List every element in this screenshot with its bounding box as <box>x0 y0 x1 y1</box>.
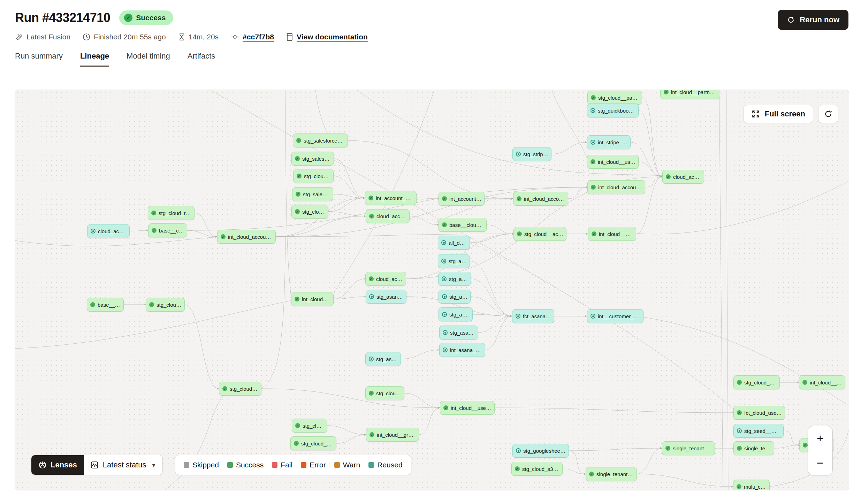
run-header: Run #433214710 ✓ Success Rerun now Lates… <box>15 10 848 67</box>
lineage-node[interactable]: ✓stg_cloud_… <box>292 419 327 433</box>
node-success-icon: ✓ <box>295 209 300 214</box>
lineage-node[interactable]: ✓cloud_account… <box>365 272 406 286</box>
node-success-icon: ✓ <box>442 222 447 227</box>
node-label: int_cloud__accoun… <box>599 231 633 237</box>
lineage-node[interactable]: ✓stg_cloud__us… <box>365 386 404 400</box>
lineage-node[interactable]: ✓stg_cloud__us… <box>293 169 334 183</box>
lineage-node[interactable]: ✓base__cloud_… <box>148 223 187 237</box>
node-success-icon: ✓ <box>590 159 595 164</box>
lineage-node[interactable]: ✓fct_cloud_user_acc… <box>733 406 785 420</box>
legend-item-success: Success <box>227 461 264 469</box>
node-label: stg_asana… <box>449 294 467 300</box>
rerun-now-button[interactable]: Rerun now <box>778 10 848 30</box>
lineage-node[interactable]: ✓int_cloud_account_ma… <box>513 192 568 206</box>
lineage-node[interactable]: ✓int_cloud__partner_con… <box>660 90 720 99</box>
legend-item-skipped: Skipped <box>184 461 219 469</box>
lens-selector[interactable]: Latest status ▼ <box>84 455 163 475</box>
lineage-node[interactable]: int_asana__task_s… <box>439 343 485 357</box>
lineage-node[interactable]: ✓int_account_domain… <box>365 191 417 205</box>
node-label: int_account_dom… <box>449 196 481 202</box>
lineage-node[interactable]: stg_asana__pr… <box>439 326 478 339</box>
lineage-node[interactable]: ✓single_tenant_mapp… <box>662 441 715 455</box>
lineage-node[interactable]: ✓stg_cloud__devel… <box>733 375 780 389</box>
refresh-graph-button[interactable] <box>818 105 838 123</box>
lineage-node[interactable]: ✓int_account_dom… <box>439 192 485 206</box>
lineage-node[interactable]: ✓single_tenant_map… <box>586 467 637 481</box>
lineage-node[interactable]: ✓single_tenant_… <box>733 441 774 455</box>
lineage-node[interactable]: ✓int_cloud_account_ma… <box>587 180 645 194</box>
meta-commit[interactable]: #cc7f7b8 <box>230 33 274 41</box>
lineage-node[interactable]: stg_asana__… <box>439 307 473 321</box>
legend-label: Success <box>236 461 264 469</box>
node-label: stg_salesforce_… <box>302 156 331 162</box>
lineage-node[interactable]: ✓cloud_account… <box>662 170 704 184</box>
node-label: single_tenant_map… <box>596 471 634 477</box>
lineage-node[interactable]: cloud_account… <box>87 224 130 238</box>
node-reused-icon <box>737 428 742 433</box>
node-success-icon: ✓ <box>589 472 594 476</box>
lenses-button[interactable]: Lenses <box>31 455 84 475</box>
legend-swatch <box>227 462 233 468</box>
lineage-node[interactable]: ✓multi_cell_m… <box>733 480 770 490</box>
lineage-node[interactable]: ✓stg_salesforce… <box>292 187 333 201</box>
node-label: stg_asana__… <box>376 356 398 362</box>
meta-docs[interactable]: View documentation <box>286 33 368 41</box>
zoom-out-button[interactable]: − <box>808 451 832 475</box>
page-title: Run #433214710 <box>15 10 110 25</box>
node-label: stg_asana__tas… <box>376 294 403 300</box>
lineage-node[interactable]: fct_asana_proj… <box>512 309 554 323</box>
lineage-node[interactable]: ✓stg_salesforce__cloud_… <box>293 133 348 147</box>
lineage-node[interactable]: stg_asana__tas… <box>366 290 406 304</box>
lineage-node[interactable]: stg_seed__multireg… <box>733 424 784 438</box>
lineage-node[interactable]: stg_asana… <box>438 254 470 268</box>
legend-label: Error <box>310 461 326 469</box>
lineage-node[interactable]: ✓stg_cloud__… <box>291 205 328 219</box>
lineage-node[interactable]: stg_asana… <box>439 290 471 304</box>
lineage-node[interactable]: int_stripe__custo… <box>587 135 631 149</box>
tab-lineage[interactable]: Lineage <box>80 52 109 67</box>
lineage-node[interactable]: ✓stg_cloud_… <box>146 298 185 312</box>
lineage-node[interactable]: ✓stg_cloud_region… <box>148 206 195 220</box>
node-label: stg_asana_… <box>449 276 468 282</box>
node-label: single_tenant_mapp… <box>673 445 712 451</box>
lineage-node[interactable]: stg_asana_… <box>438 272 471 286</box>
zoom-in-button[interactable]: + <box>808 426 832 451</box>
lineage-node[interactable]: ✓base__clou… <box>87 298 124 312</box>
lineage-node[interactable]: ✓stg_cloud__group… <box>290 436 336 450</box>
full-screen-button[interactable]: Full screen <box>743 105 813 123</box>
lineage-canvas[interactable]: cloud_account…✓base__cloud_…✓stg_cloud_r… <box>15 90 849 490</box>
lineage-node[interactable]: ✓stg_cloud_s3_singl… <box>511 462 563 476</box>
lineage-node[interactable]: ✓stg_cloud__partner_c… <box>587 91 642 105</box>
node-reused-icon <box>442 294 447 299</box>
commit-link[interactable]: #cc7f7b8 <box>243 33 274 41</box>
lineage-node[interactable]: ✓stg_cloud__email… <box>219 382 261 396</box>
lineage-node[interactable]: ✓stg_salesforce_… <box>291 152 334 166</box>
rerun-icon <box>787 16 795 24</box>
view-documentation-link[interactable]: View documentation <box>297 33 368 41</box>
lineage-node[interactable]: all_days <box>438 236 470 250</box>
lineage-node[interactable]: stg_stripe__c… <box>512 147 551 161</box>
lineage-node[interactable]: ✓int_cloud_account__m… <box>217 230 276 244</box>
lineage-node[interactable]: ✓int_cloud__devel… <box>799 375 845 389</box>
lineage-node[interactable]: int__customer_account… <box>587 309 643 323</box>
lineage-node[interactable]: ✓stg_cloud__accounts… <box>513 227 566 241</box>
tab-artifacts[interactable]: Artifacts <box>188 52 215 67</box>
node-label: int__customer_account… <box>598 313 640 319</box>
node-success-icon: ✓ <box>443 405 448 410</box>
lineage-node[interactable]: ✓cloud_accounts_… <box>366 209 410 223</box>
lineage-node[interactable]: ✓int_cloud__accoun… <box>588 227 636 241</box>
node-reused-icon <box>369 357 374 361</box>
lineage-node[interactable]: ✓int_cloud__group_per… <box>366 428 419 442</box>
tab-run-summary[interactable]: Run summary <box>15 52 63 67</box>
lineage-node[interactable]: stg_googlesheets__sin… <box>512 444 569 458</box>
lineage-node[interactable]: ✓int_cloud__us… <box>291 292 334 306</box>
lineage-node[interactable]: ✓int_cloud__user_ac… <box>587 155 639 169</box>
node-success-icon: ✓ <box>737 446 742 451</box>
lineage-node[interactable]: stg_asana__… <box>365 352 401 366</box>
lineage-node[interactable]: stg_quickbooks__a… <box>587 104 639 117</box>
node-reused-icon <box>443 348 448 352</box>
lineage-node[interactable]: ✓base__cloud_acco… <box>439 218 487 232</box>
lineage-node[interactable]: ✓int_cloud__user_group… <box>440 401 495 415</box>
tab-model-timing[interactable]: Model timing <box>127 52 170 67</box>
clock-icon <box>82 33 91 41</box>
